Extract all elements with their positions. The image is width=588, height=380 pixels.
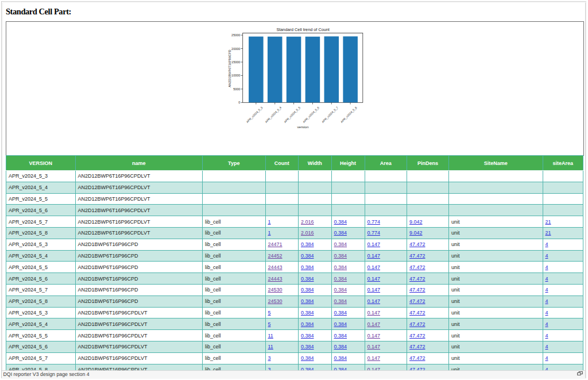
svg-text:0: 0 [238, 101, 240, 104]
svg-text:Standard Cell trend of Count: Standard Cell trend of Count [276, 27, 329, 32]
svg-text:APR_v2024_5_8: APR_v2024_5_8 [340, 106, 358, 124]
svg-text:version: version [297, 125, 310, 129]
svg-text:AN2D1BWP6T16P96CPD: AN2D1BWP6T16P96CPD [228, 49, 231, 87]
svg-text:APR_v2024_5_7: APR_v2024_5_7 [321, 106, 339, 124]
svg-text:10000: 10000 [231, 74, 240, 77]
svg-text:APR_v2024_5_5: APR_v2024_5_5 [283, 106, 301, 124]
svg-text:15000: 15000 [231, 60, 240, 64]
svg-text:APR_v2024_5_4: APR_v2024_5_4 [264, 106, 282, 124]
svg-text:APR_v2024_5_3: APR_v2024_5_3 [245, 106, 263, 124]
svg-text:5000: 5000 [233, 87, 240, 91]
svg-text:APR_v2024_5_6: APR_v2024_5_6 [302, 106, 320, 124]
svg-text:20000: 20000 [231, 47, 240, 51]
svg-text:25000: 25000 [231, 33, 240, 37]
